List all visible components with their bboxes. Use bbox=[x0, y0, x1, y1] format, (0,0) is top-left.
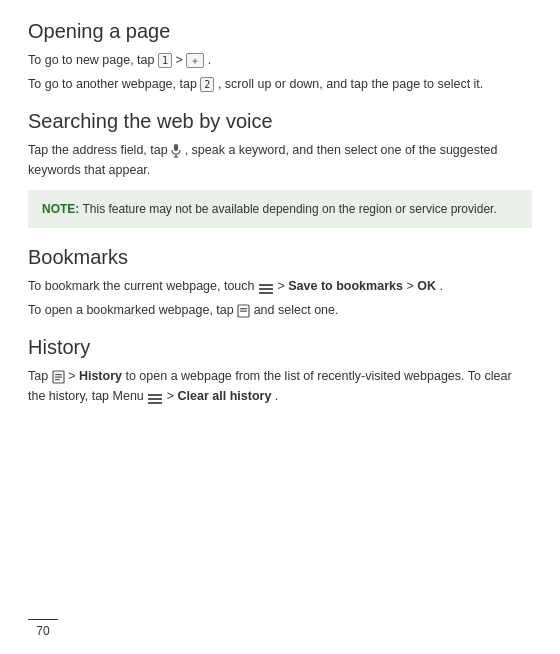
svg-rect-11 bbox=[55, 376, 62, 377]
history-text-end: . bbox=[275, 389, 278, 403]
opening-page-line2: To go to another webpage, tap 2 , scroll… bbox=[28, 74, 532, 94]
history-gt2: > bbox=[167, 389, 178, 403]
history-label: History bbox=[79, 369, 122, 383]
tab-icon-1: 1 bbox=[158, 53, 172, 68]
menu-icon-2 bbox=[147, 391, 163, 403]
opening-page-section: Opening a page To go to new page, tap 1 … bbox=[28, 18, 532, 94]
svg-rect-4 bbox=[259, 288, 273, 290]
svg-rect-14 bbox=[148, 398, 162, 400]
note-box: NOTE: This feature may not be available … bbox=[28, 190, 532, 228]
new-tab-icon: ＋ bbox=[186, 53, 204, 68]
bookmark-icon bbox=[237, 304, 250, 318]
history-text-before: Tap bbox=[28, 369, 52, 383]
bookmarks-heading: Bookmarks bbox=[28, 244, 532, 270]
history-nav-icon bbox=[52, 370, 65, 384]
bookmarks-ok-label: OK bbox=[417, 279, 436, 293]
bookmarks-text1-sep-gt: > bbox=[277, 279, 288, 293]
bookmarks-text1-before: To bookmark the current webpage, touch bbox=[28, 279, 258, 293]
opening-line1-text-before: To go to new page, tap bbox=[28, 53, 158, 67]
svg-rect-10 bbox=[55, 374, 62, 375]
bookmarks-text2: To open a bookmarked webpage, tap and se… bbox=[28, 300, 532, 320]
svg-rect-7 bbox=[240, 308, 247, 309]
history-heading: History bbox=[28, 334, 532, 360]
svg-rect-13 bbox=[148, 394, 162, 396]
searching-section: Searching the web by voice Tap the addre… bbox=[28, 108, 532, 228]
bookmarks-text1: To bookmark the current webpage, touch >… bbox=[28, 276, 532, 296]
opening-page-heading: Opening a page bbox=[28, 18, 532, 44]
history-text: Tap > History to open a webpage from the… bbox=[28, 366, 532, 406]
history-gt: > bbox=[68, 369, 79, 383]
note-label: NOTE: bbox=[42, 202, 79, 216]
opening-line1-mid: > bbox=[175, 53, 186, 67]
menu-icon bbox=[258, 281, 274, 293]
searching-text: Tap the address field, tap , speak a key… bbox=[28, 140, 532, 180]
page-container: Opening a page To go to new page, tap 1 … bbox=[0, 0, 560, 654]
opening-line2-end: , scroll up or down, and tap the page to… bbox=[218, 77, 483, 91]
bookmarks-text1-period: . bbox=[439, 279, 442, 293]
svg-rect-8 bbox=[240, 310, 247, 311]
opening-page-line1: To go to new page, tap 1 > ＋ . bbox=[28, 50, 532, 70]
page-number: 70 bbox=[36, 624, 49, 638]
opening-line1-end: . bbox=[208, 53, 211, 67]
searching-heading: Searching the web by voice bbox=[28, 108, 532, 134]
tab-icon-2: 2 bbox=[200, 77, 214, 92]
page-footer: 70 bbox=[28, 619, 58, 638]
note-text: This feature may not be available depend… bbox=[82, 202, 496, 216]
svg-rect-3 bbox=[259, 284, 273, 286]
bookmarks-save-label: Save to bookmarks bbox=[288, 279, 403, 293]
svg-rect-12 bbox=[55, 379, 60, 380]
opening-line2-text-before: To go to another webpage, tap bbox=[28, 77, 200, 91]
clear-history-label: Clear all history bbox=[178, 389, 272, 403]
bookmarks-section: Bookmarks To bookmark the current webpag… bbox=[28, 244, 532, 320]
microphone-icon bbox=[171, 144, 181, 158]
bookmarks-text1-sep2: > bbox=[406, 279, 417, 293]
svg-rect-0 bbox=[174, 144, 178, 151]
svg-rect-5 bbox=[259, 292, 273, 294]
bookmarks-text2-before: To open a bookmarked webpage, tap bbox=[28, 303, 237, 317]
svg-rect-15 bbox=[148, 402, 162, 404]
bookmarks-text2-end: and select one. bbox=[254, 303, 339, 317]
searching-text-before: Tap the address field, tap bbox=[28, 143, 171, 157]
history-section: History Tap > History to open a webpage … bbox=[28, 334, 532, 406]
